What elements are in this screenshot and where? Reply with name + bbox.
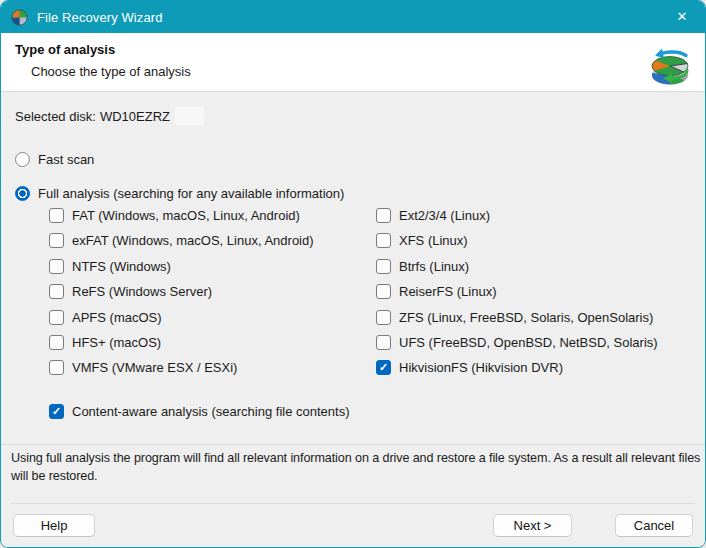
checkbox-label: VMFS (VMware ESX / ESXi) [72,360,237,376]
checkbox-icon [49,360,64,375]
checkbox-icon [376,208,391,223]
checkbox-label: UFS (FreeBSD, OpenBSD, NetBSD, Solaris) [399,335,658,351]
selected-disk-value: WD10EZRZ [100,109,170,124]
checkbox-icon [49,233,64,248]
page-title: Type of analysis [15,42,705,57]
filesystem-checkbox-row[interactable]: UFS (FreeBSD, OpenBSD, NetBSD, Solaris) [376,335,658,360]
checkbox-label: ZFS (Linux, FreeBSD, Solaris, OpenSolari… [399,310,653,326]
checkbox-label: FAT (Windows, macOS, Linux, Android) [72,208,300,224]
checkbox-label: ReiserFS (Linux) [399,284,497,300]
checkbox-label: HFS+ (macOS) [72,335,161,351]
checkbox-icon [49,310,64,325]
checkbox-icon [376,233,391,248]
selected-disk-label: Selected disk: [15,109,96,124]
page-subtitle: Choose the type of analysis [31,64,705,79]
checkbox-icon [49,284,64,299]
window-title: File Recovery Wizard [37,10,163,25]
filesystem-checkbox-row[interactable]: Btrfs (Linux) [376,259,658,284]
wizard-header: Type of analysis Choose the type of anal… [1,33,705,92]
checkbox-icon [49,335,64,350]
checkbox-icon [49,208,64,223]
analysis-description: Using full analysis the program will fin… [11,450,703,485]
divider-above-buttons [11,503,695,504]
filesystem-checkbox-row[interactable]: APFS (macOS) [49,310,314,335]
selected-disk-row: Selected disk: WD10EZRZ [15,107,204,125]
checkbox-icon [376,335,391,350]
divider-above-description [1,444,705,445]
checkbox-label: APFS (macOS) [72,310,162,326]
app-icon[interactable] [11,9,28,26]
filesystem-checkbox-row[interactable]: NTFS (Windows) [49,259,314,284]
wizard-body: Selected disk: WD10EZRZ Fast scan Full a… [1,92,705,548]
filesystem-checkbox-row[interactable]: ReiserFS (Linux) [376,284,658,309]
checkbox-label: NTFS (Windows) [72,259,171,275]
close-button[interactable]: ✕ [659,1,705,33]
filesystem-checkbox-row[interactable]: Ext2/3/4 (Linux) [376,208,658,233]
filesystem-checkbox-row[interactable]: ZFS (Linux, FreeBSD, Solaris, OpenSolari… [376,310,658,335]
filesystem-list-left: FAT (Windows, macOS, Linux, Android) exF… [49,208,314,386]
radio-label: Full analysis (searching for any availab… [38,186,344,201]
cancel-button[interactable]: Cancel [615,514,693,537]
app-icon-glyph [11,9,28,26]
checkbox-label: exFAT (Windows, macOS, Linux, Android) [72,233,314,249]
filesystem-checkbox-row[interactable]: XFS (Linux) [376,233,658,258]
checkbox-icon [376,360,391,375]
checkbox-icon [376,310,391,325]
checkbox-icon [49,259,64,274]
radio-full-analysis[interactable]: Full analysis (searching for any availab… [15,185,344,201]
radio-fast-scan[interactable]: Fast scan [15,151,94,167]
help-button[interactable]: Help [13,514,95,537]
checkbox-icon [376,284,391,299]
filesystem-checkbox-row[interactable]: FAT (Windows, macOS, Linux, Android) [49,208,314,233]
checkbox-label: Ext2/3/4 (Linux) [399,208,490,224]
filesystem-checkbox-row[interactable]: exFAT (Windows, macOS, Linux, Android) [49,233,314,258]
checkbox-label: ReFS (Windows Server) [72,284,212,300]
filesystem-checkbox-row[interactable]: VMFS (VMware ESX / ESXi) [49,360,314,385]
checkbox-label: Btrfs (Linux) [399,259,469,275]
disk-recovery-icon [646,42,694,90]
checkbox-content-aware[interactable]: Content-aware analysis (searching file c… [49,404,349,429]
checkbox-icon [376,259,391,274]
checkbox-label: XFS (Linux) [399,233,468,249]
radio-button-icon [15,152,30,167]
filesystem-list-right: Ext2/3/4 (Linux) XFS (Linux) Btrfs (Linu… [376,208,658,386]
filesystem-checkbox-row[interactable]: ReFS (Windows Server) [49,284,314,309]
checkbox-label: Content-aware analysis (searching file c… [72,404,349,420]
titlebar[interactable]: File Recovery Wizard ✕ [1,1,705,33]
radio-button-icon [15,186,30,201]
filesystem-checkbox-row[interactable]: HFS+ (macOS) [49,335,314,360]
filesystem-checkbox-row[interactable]: HikvisionFS (Hikvision DVR) [376,360,658,385]
next-button[interactable]: Next > [493,514,572,537]
disk-value-highlight [175,107,204,125]
checkbox-label: HikvisionFS (Hikvision DVR) [399,360,563,376]
checkbox-icon [49,404,64,419]
file-recovery-wizard-window: File Recovery Wizard ✕ Type of analysis … [0,0,706,548]
radio-label: Fast scan [38,152,94,167]
